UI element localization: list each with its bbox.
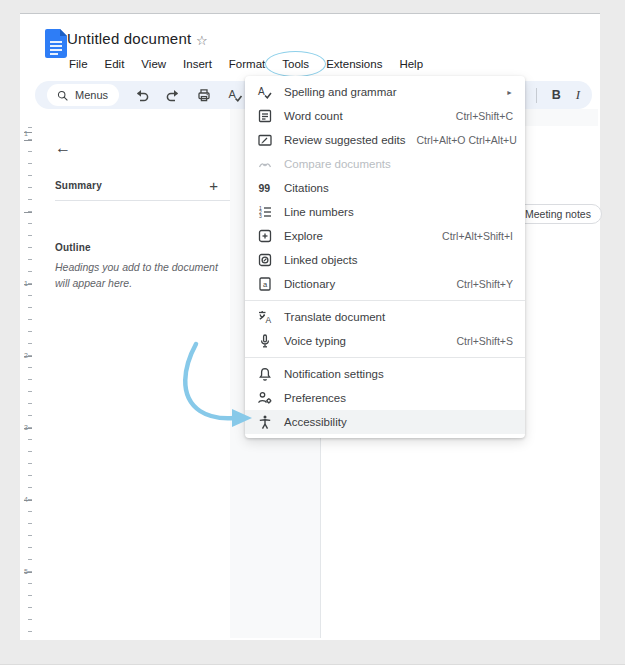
menubar-format[interactable]: Format <box>227 57 267 71</box>
star-icon[interactable]: ☆ <box>196 33 208 48</box>
word-count-icon <box>257 108 273 124</box>
back-arrow-icon[interactable]: ← <box>55 139 71 157</box>
vruler-label: 5 <box>20 568 28 575</box>
menu-item-linked-objects[interactable]: Linked objects <box>245 248 525 272</box>
svg-text:A: A <box>258 86 265 97</box>
translate-icon: A <box>257 309 273 325</box>
search-icon <box>56 89 69 102</box>
app-window: Untitled document ☆ File Edit View Inser… <box>20 13 600 640</box>
menus-label: Menus <box>75 89 108 101</box>
review-edits-icon <box>257 132 273 148</box>
menubar-edit[interactable]: Edit <box>103 57 127 71</box>
menu-item-preferences[interactable]: Preferences <box>245 386 525 410</box>
svg-text:a: a <box>263 280 268 289</box>
menu-divider <box>245 357 525 358</box>
line-numbers-icon: 1 2 3 <box>257 204 273 220</box>
outline-hint-text: Headings you add to the document will ap… <box>55 260 227 292</box>
menu-item-explore[interactable]: Explore Ctrl+Alt+Shift+I <box>245 224 525 248</box>
menu-item-word-count[interactable]: Word count Ctrl+Shift+C <box>245 104 525 128</box>
meeting-notes-button[interactable]: Meeting notes <box>514 204 602 224</box>
spellcheck-icon: A <box>257 84 273 100</box>
dictionary-icon: a <box>257 276 273 292</box>
redo-icon[interactable] <box>165 87 181 103</box>
menubar-view[interactable]: View <box>139 57 168 71</box>
menu-item-dictionary[interactable]: a Dictionary Ctrl+Shift+Y <box>245 272 525 296</box>
menubar-extensions[interactable]: Extensions <box>324 57 384 71</box>
summary-heading: Summary <box>55 180 102 191</box>
bold-button[interactable]: B <box>552 88 561 102</box>
outline-heading: Outline <box>55 242 91 253</box>
voice-typing-icon <box>257 333 273 349</box>
accessibility-icon <box>257 414 273 430</box>
vertical-ruler[interactable]: 1 1 2 3 4 5 <box>22 127 33 639</box>
menu-divider <box>245 300 525 301</box>
menubar-tools[interactable]: Tools <box>280 57 311 71</box>
document-title[interactable]: Untitled document <box>67 30 191 47</box>
google-docs-logo-icon[interactable] <box>45 29 67 58</box>
menu-item-review-suggested-edits[interactable]: Review suggested edits Ctrl+Alt+O Ctrl+A… <box>245 128 525 152</box>
explore-icon <box>257 228 273 244</box>
menu-item-line-numbers[interactable]: 1 2 3 Line numbers <box>245 200 525 224</box>
menubar: File Edit View Insert Format Tools Exten… <box>67 55 425 73</box>
menu-item-voice-typing[interactable]: Voice typing Ctrl+Shift+S <box>245 329 525 353</box>
menubar-file[interactable]: File <box>67 57 90 71</box>
vruler-label: 3 <box>20 424 28 431</box>
compare-documents-icon <box>257 156 273 172</box>
panel-divider <box>55 200 230 201</box>
add-summary-button[interactable]: + <box>205 177 222 194</box>
undo-icon[interactable] <box>134 87 150 103</box>
vruler-label: 2 <box>20 352 28 359</box>
notification-settings-icon <box>257 366 273 382</box>
svg-text:A: A <box>266 315 272 325</box>
svg-text:99: 99 <box>259 182 271 194</box>
menubar-tools-label: Tools <box>282 58 309 70</box>
tools-menu-dropdown: A Spelling and grammar ► Word count Ctrl… <box>245 76 525 438</box>
summary-outline-panel: ← Summary + Outline Headings you add to … <box>35 109 230 638</box>
menu-item-compare-documents: Compare documents <box>245 152 525 176</box>
svg-text:A: A <box>229 88 237 100</box>
vruler-label: 1 <box>20 130 28 137</box>
svg-text:3: 3 <box>259 213 262 219</box>
vruler-label: 1 <box>20 280 28 287</box>
submenu-arrow-icon: ► <box>506 89 513 96</box>
menubar-insert[interactable]: Insert <box>181 57 214 71</box>
menu-item-accessibility[interactable]: Accessibility <box>245 410 525 434</box>
vertical-ruler-major-ticks <box>24 127 32 639</box>
citations-icon: 99 <box>257 180 273 196</box>
menu-item-citations[interactable]: 99 Citations <box>245 176 525 200</box>
toolbar-divider <box>536 88 537 103</box>
menu-item-spelling-and-grammar[interactable]: A Spelling and grammar ► <box>245 80 525 104</box>
italic-button[interactable]: I <box>576 87 580 103</box>
menubar-help[interactable]: Help <box>397 57 425 71</box>
screenshot-frame: { "header": { "title": "Untitled documen… <box>0 0 625 665</box>
vruler-label: 4 <box>20 496 28 503</box>
linked-objects-icon <box>257 252 273 268</box>
print-icon[interactable] <box>196 87 212 103</box>
menu-item-translate-document[interactable]: A Translate document <box>245 305 525 329</box>
preferences-icon <box>257 390 273 406</box>
menu-item-notification-settings[interactable]: Notification settings <box>245 362 525 386</box>
menus-search-button[interactable]: Menus <box>47 84 119 106</box>
spellcheck-toolbar-icon[interactable]: A <box>227 87 243 103</box>
